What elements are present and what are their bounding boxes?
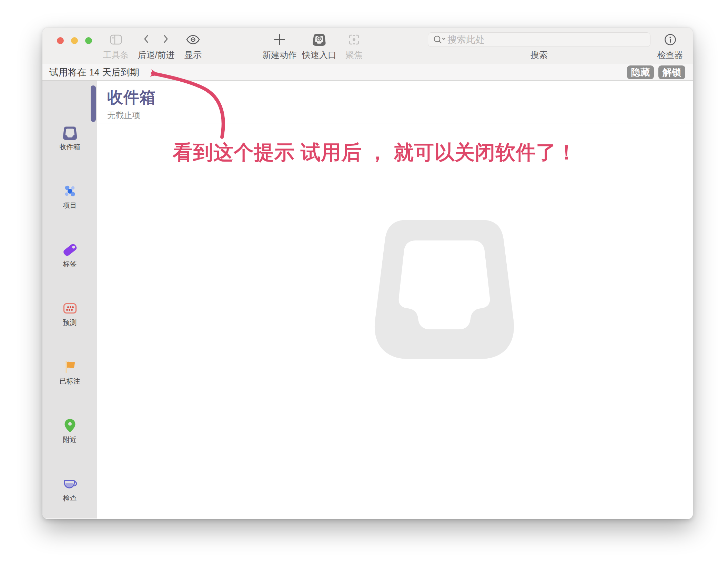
trial-actions: 隐藏 解锁 (627, 65, 685, 79)
sidebar-item-label: 附近 (63, 435, 77, 444)
eye-icon (185, 32, 201, 48)
search-group: 搜索 (428, 32, 650, 61)
screenshot-canvas: 工具条 后退/前进 (0, 0, 728, 565)
annotation-text: 看到这个提示 试用后 ， 就可以关闭软件了！ (173, 139, 577, 166)
sidebar-item-tags[interactable]: 标签 (62, 242, 78, 269)
perspective-sidebar: 收件箱 项目 (42, 81, 97, 518)
content-header: 收件箱 无截止项 (97, 81, 693, 123)
quick-entry-button[interactable]: 快速入口 (302, 32, 336, 61)
search-icon (432, 34, 447, 45)
window-zoom-button[interactable] (85, 37, 92, 44)
sidebar-item-nearby[interactable]: 附近 (62, 418, 78, 444)
toolbar-toggle-button[interactable]: 工具条 (103, 32, 129, 61)
focus-button[interactable]: 聚焦 (345, 32, 363, 61)
window-close-button[interactable] (57, 37, 64, 44)
inbox-icon (62, 125, 78, 141)
sidebar-item-forecast[interactable]: 预测 (62, 300, 78, 327)
app-window: 工具条 后退/前进 (42, 28, 693, 519)
hide-button[interactable]: 隐藏 (627, 65, 654, 79)
search-label: 搜索 (530, 49, 548, 61)
back-forward-label: 后退/前进 (138, 49, 175, 61)
page-subtitle: 无截止项 (107, 110, 693, 121)
sidebar-panel-icon (108, 32, 123, 48)
sidebar-item-projects[interactable]: 项目 (62, 183, 78, 210)
search-input[interactable] (447, 34, 646, 45)
sidebar-item-flagged[interactable]: 已标注 (60, 359, 80, 386)
chevron-left-icon (145, 35, 148, 42)
view-label: 显示 (184, 49, 202, 61)
search-field[interactable] (428, 32, 650, 47)
chevron-right-icon (164, 35, 167, 42)
sidebar-item-label: 项目 (63, 201, 77, 210)
chevron-down-icon (443, 38, 445, 40)
forecast-calendar-icon (62, 300, 78, 316)
location-pin-icon (62, 418, 78, 433)
sidebar-item-inbox[interactable]: 收件箱 (60, 125, 80, 152)
flag-icon (62, 359, 78, 375)
back-forward-group: 后退/前进 (138, 32, 175, 61)
view-button[interactable]: 显示 (184, 32, 202, 61)
sidebar-item-label: 标签 (63, 259, 77, 269)
sidebar-item-review[interactable]: 检查 (62, 476, 78, 503)
forward-button[interactable] (161, 31, 171, 48)
back-button[interactable] (142, 31, 151, 48)
unlock-button[interactable]: 解锁 (658, 65, 685, 79)
tag-icon (62, 242, 78, 258)
review-cup-icon (62, 476, 78, 492)
inspector-button[interactable]: 检查器 (657, 32, 683, 61)
new-action-label: 新建动作 (262, 49, 297, 61)
toolbar-toggle-label: 工具条 (103, 49, 129, 61)
inbox-plus-icon (312, 32, 327, 48)
quick-entry-label: 快速入口 (302, 49, 336, 61)
new-action-button[interactable]: 新建动作 (262, 32, 297, 61)
page-title: 收件箱 (107, 87, 693, 108)
selected-perspective-indicator (91, 85, 96, 122)
info-icon (663, 32, 678, 48)
inspector-label: 检查器 (657, 49, 683, 61)
window-body: 收件箱 项目 (42, 81, 693, 518)
inbox-watermark-icon (367, 217, 522, 362)
sidebar-item-label: 已标注 (60, 377, 80, 386)
focus-label: 聚焦 (345, 49, 363, 61)
trial-banner: 试用将在 14 天后到期 隐藏 解锁 (42, 64, 693, 81)
toolbar: 工具条 后退/前进 (42, 28, 693, 64)
trial-message: 试用将在 14 天后到期 (49, 66, 139, 79)
focus-icon (346, 32, 362, 48)
sidebar-item-label: 预测 (63, 318, 77, 327)
plus-icon (272, 32, 287, 48)
projects-icon (62, 183, 78, 199)
window-minimize-button[interactable] (71, 37, 78, 44)
sidebar-item-label: 检查 (63, 494, 77, 503)
traffic-lights (57, 37, 92, 44)
sidebar-item-label: 收件箱 (60, 142, 80, 152)
